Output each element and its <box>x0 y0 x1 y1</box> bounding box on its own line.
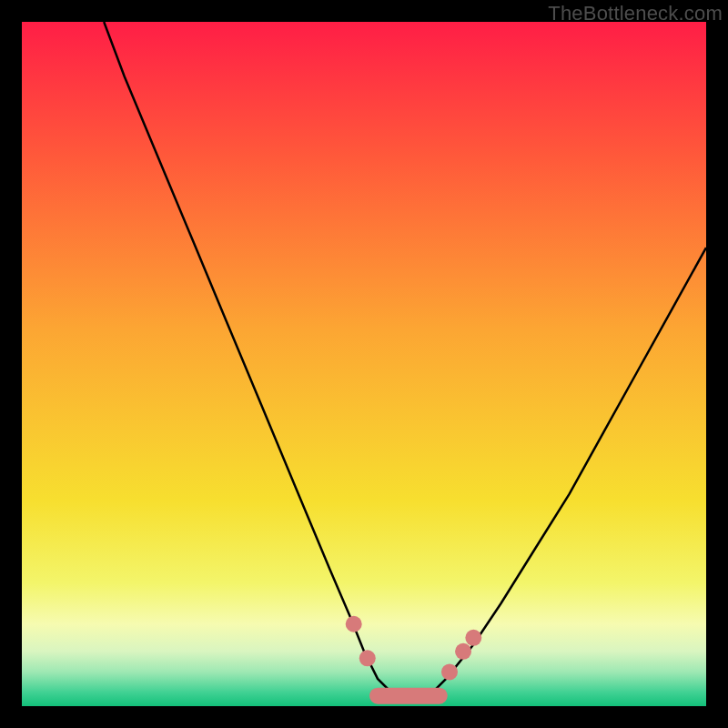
chart-background <box>22 22 706 706</box>
marker-right-2 <box>455 643 471 660</box>
marker-left-1 <box>346 616 362 632</box>
marker-left-2 <box>359 650 376 666</box>
chart-frame <box>22 22 706 706</box>
marker-right-1 <box>441 663 458 680</box>
bottleneck-chart <box>22 22 706 706</box>
marker-right-3 <box>465 630 481 646</box>
